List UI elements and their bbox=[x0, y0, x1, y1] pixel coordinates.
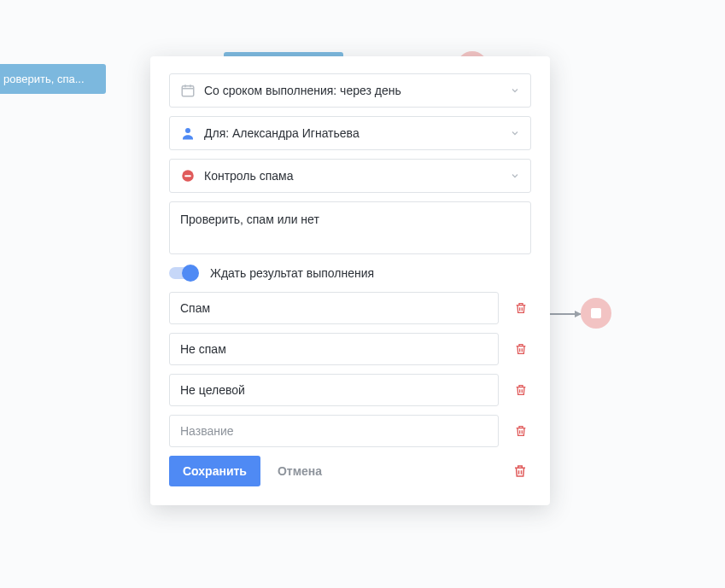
flow-end-node-right bbox=[581, 298, 611, 329]
description-textarea[interactable] bbox=[169, 201, 531, 254]
svg-point-1 bbox=[185, 128, 190, 133]
delete-result-button[interactable] bbox=[511, 339, 531, 359]
deadline-label: Со сроком выполнения: через день bbox=[204, 84, 401, 97]
svg-rect-0 bbox=[182, 86, 194, 96]
flow-node-left-label: роверить, спа... bbox=[3, 73, 85, 85]
wait-result-label: Ждать результат выполнения bbox=[210, 266, 374, 280]
assignee-label: Для: Александра Игнатьева bbox=[204, 126, 360, 140]
wait-result-row: Ждать результат выполнения bbox=[169, 266, 531, 280]
result-input[interactable] bbox=[169, 292, 499, 324]
deadline-select[interactable]: Со сроком выполнения: через день bbox=[169, 73, 531, 108]
result-input[interactable] bbox=[169, 374, 499, 406]
result-row bbox=[169, 292, 531, 324]
stop-icon bbox=[591, 308, 601, 318]
result-input[interactable] bbox=[169, 333, 499, 365]
user-icon bbox=[180, 125, 196, 141]
chevron-down-icon bbox=[510, 171, 520, 181]
new-result-input[interactable] bbox=[169, 415, 499, 447]
wait-result-toggle[interactable] bbox=[169, 267, 198, 279]
task-editor-modal: Со сроком выполнения: через день Для: Ал… bbox=[150, 56, 550, 505]
svg-rect-3 bbox=[184, 175, 191, 177]
modal-footer: Сохранить Отмена bbox=[169, 456, 531, 486]
flow-arrow bbox=[550, 313, 581, 315]
category-label: Контроль спама bbox=[204, 169, 293, 183]
calendar-icon bbox=[180, 83, 196, 98]
delete-task-button[interactable] bbox=[509, 460, 531, 482]
category-select[interactable]: Контроль спама bbox=[169, 159, 531, 193]
new-result-row bbox=[169, 415, 531, 447]
chevron-down-icon bbox=[510, 85, 520, 96]
flow-node-left: роверить, спа... bbox=[0, 64, 106, 94]
delete-result-button[interactable] bbox=[511, 421, 531, 441]
result-row bbox=[169, 374, 531, 406]
delete-result-button[interactable] bbox=[511, 380, 531, 400]
cancel-button[interactable]: Отмена bbox=[274, 457, 325, 485]
assignee-select[interactable]: Для: Александра Игнатьева bbox=[169, 116, 531, 150]
delete-result-button[interactable] bbox=[511, 298, 531, 318]
result-row bbox=[169, 333, 531, 365]
chevron-down-icon bbox=[510, 128, 520, 138]
minus-circle-icon bbox=[180, 168, 196, 183]
save-button[interactable]: Сохранить bbox=[169, 456, 260, 486]
